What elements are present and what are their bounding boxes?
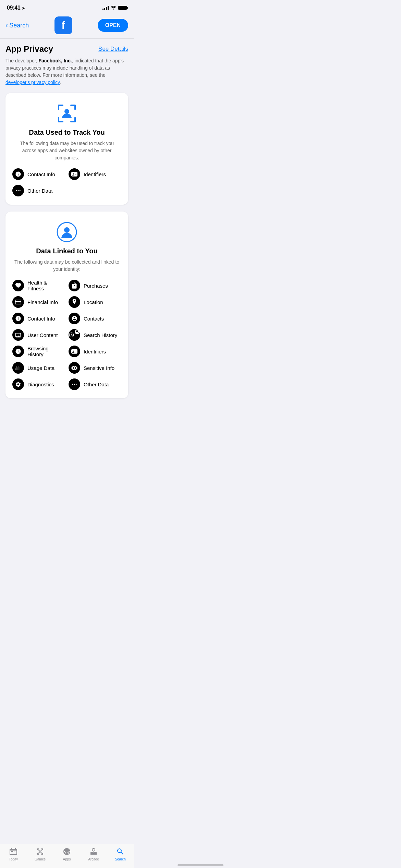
track-identifiers-label: Identifiers (84, 171, 106, 177)
linked-identifiers-label: Identifiers (84, 349, 106, 354)
clock-icon (12, 346, 24, 357)
purchases-label: Purchases (84, 283, 108, 289)
financial-info-label: Financial Info (27, 299, 58, 305)
three-dots-icon (69, 378, 80, 390)
privacy-policy-link[interactable]: developer's privacy policy (5, 80, 60, 85)
app-icon: f (54, 16, 72, 34)
linked-identifiers-item: Identifiers (69, 346, 121, 357)
track-contact-info-label: Contact Info (27, 171, 55, 177)
nav-bar: ‹ Search f OPEN (0, 14, 134, 38)
barchart-icon (12, 362, 24, 374)
battery-icon (118, 6, 127, 10)
linked-icon-container (12, 221, 121, 243)
svg-point-10 (74, 384, 75, 385)
linked-other-data-label: Other Data (84, 382, 109, 387)
linked-items-grid: Health & Fitness Purchases Financial Inf… (12, 280, 121, 390)
gear-icon (12, 378, 24, 390)
facebook-icon: f (54, 16, 72, 34)
track-you-card: Data Used to Track You The following dat… (5, 93, 128, 205)
location-icon: ➤ (22, 5, 25, 11)
browsing-history-item: Browsing History (12, 346, 65, 357)
heart-icon (12, 280, 24, 291)
back-chevron-icon: ‹ (5, 22, 8, 29)
status-icons (102, 5, 127, 11)
user-content-label: User Content (27, 332, 58, 338)
status-time: 09:41 (7, 5, 20, 11)
privacy-title: App Privacy (5, 44, 53, 54)
back-label: Search (9, 22, 29, 29)
diagnostics-item: Diagnostics (12, 378, 65, 390)
svg-point-9 (72, 384, 73, 385)
nav-divider (0, 38, 134, 39)
svg-point-0 (64, 109, 69, 114)
track-other-data-label: Other Data (27, 188, 52, 194)
location-item: Location (69, 296, 121, 308)
purchases-item: Purchases (69, 280, 121, 291)
usage-data-item: Usage Data (12, 362, 65, 374)
bag-icon (69, 280, 80, 291)
svg-point-3 (16, 190, 17, 191)
search-history-item: Search History (69, 329, 121, 341)
usage-data-label: Usage Data (27, 365, 54, 371)
linked-other-data-item: Other Data (69, 378, 121, 390)
svg-point-7 (64, 227, 70, 233)
info-circle-icon (12, 313, 24, 324)
privacy-header: App Privacy See Details (5, 44, 128, 54)
back-button[interactable]: ‹ Search (5, 22, 29, 29)
track-contact-info-item: Contact Info (12, 168, 65, 180)
signal-bars-icon (102, 6, 109, 10)
info-icon (12, 168, 24, 180)
search-circle-icon (69, 329, 80, 341)
see-details-link[interactable]: See Details (98, 46, 128, 52)
track-card-title: Data Used to Track You (12, 129, 121, 136)
browsing-history-label: Browsing History (27, 346, 65, 357)
person-circle-icon (69, 313, 80, 324)
diagnostics-label: Diagnostics (27, 382, 54, 387)
linked-contact-info-item: Contact Info (12, 313, 65, 324)
financial-info-item: Financial Info (12, 296, 65, 308)
sensitive-info-label: Sensitive Info (84, 365, 114, 371)
privacy-description: The developer, Facebook, Inc., indicated… (5, 57, 128, 86)
open-button[interactable]: OPEN (98, 19, 128, 32)
status-bar: 09:41 ➤ (0, 0, 134, 14)
location-icon (69, 296, 80, 308)
track-other-data-item: Other Data (12, 185, 65, 196)
track-identifiers-item: Identifiers (69, 168, 121, 180)
linked-card-title: Data Linked to You (12, 247, 121, 255)
track-you-icon (56, 103, 78, 124)
linked-to-you-card: Data Linked to You The following data ma… (5, 212, 128, 398)
contacts-item: Contacts (69, 313, 121, 324)
linked-card-description: The following data may be collected and … (12, 258, 121, 273)
sensitive-info-item: Sensitive Info (69, 362, 121, 374)
id-card-icon (69, 168, 80, 180)
creditcard-icon (12, 296, 24, 308)
search-history-label: Search History (84, 332, 117, 338)
location-label: Location (84, 299, 103, 305)
user-content-item: User Content (12, 329, 65, 341)
health-fitness-label: Health & Fitness (27, 280, 65, 291)
svg-point-4 (18, 190, 19, 191)
track-card-description: The following data may be used to track … (12, 140, 121, 161)
svg-point-5 (20, 190, 21, 191)
linked-to-you-icon (56, 221, 78, 243)
dots-icon (12, 185, 24, 196)
svg-point-11 (76, 384, 77, 385)
content-area: App Privacy See Details The developer, F… (0, 39, 134, 439)
contacts-label: Contacts (84, 316, 104, 322)
photo-icon (12, 329, 24, 341)
id-card2-icon (69, 346, 80, 357)
health-fitness-item: Health & Fitness (12, 280, 65, 291)
track-icon-container (12, 103, 121, 124)
developer-name: Facebook, Inc. (39, 58, 72, 63)
track-items-grid: Contact Info Identifiers Other Data (12, 168, 121, 196)
linked-contact-info-label: Contact Info (27, 316, 55, 322)
wifi-icon (111, 5, 116, 11)
eye-icon (69, 362, 80, 374)
